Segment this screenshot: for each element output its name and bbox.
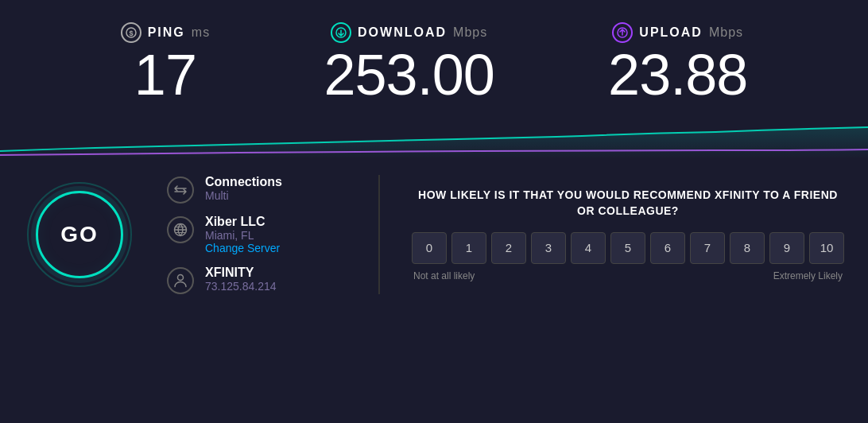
rating-section: HOW LIKELY IS IT THAT YOU WOULD RECOMMEN… — [404, 175, 844, 294]
rating-btn-2[interactable]: 2 — [491, 232, 526, 264]
rating-buttons: 012345678910 — [412, 232, 844, 264]
user-icon — [167, 267, 194, 294]
upload-label: UPLOAD — [639, 25, 703, 40]
rating-question: HOW LIKELY IS IT THAT YOU WOULD RECOMMEN… — [412, 188, 844, 219]
rating-btn-9[interactable]: 9 — [769, 232, 804, 264]
user-title: XFINITY — [205, 266, 277, 280]
app-container: $ PING ms 17 DOWNLOAD Mbps 253.00 — [0, 0, 868, 423]
rating-btn-7[interactable]: 7 — [690, 232, 725, 264]
upload-value: 23.88 — [608, 46, 747, 103]
rating-labels: Not at all likely Extremely Likely — [412, 270, 844, 281]
connections-subtitle: Multi — [205, 189, 282, 202]
server-title: Xiber LLC — [205, 215, 280, 229]
user-ip: 73.125.84.214 — [205, 280, 277, 293]
section-divider — [378, 175, 380, 294]
globe-icon — [167, 216, 194, 243]
connections-title: Connections — [205, 175, 282, 189]
download-label: DOWNLOAD — [358, 25, 447, 40]
download-unit: Mbps — [453, 25, 487, 40]
upload-header: UPLOAD Mbps — [612, 22, 743, 43]
upload-unit: Mbps — [709, 25, 743, 40]
ping-icon: $ — [121, 22, 141, 43]
go-button-label: GO — [60, 222, 99, 247]
rating-btn-4[interactable]: 4 — [571, 232, 606, 264]
speed-graph — [0, 111, 868, 159]
upload-metric: UPLOAD Mbps 23.88 — [608, 22, 747, 103]
change-server-link[interactable]: Change Server — [205, 242, 280, 254]
download-metric: DOWNLOAD Mbps 253.00 — [324, 22, 494, 103]
rating-btn-1[interactable]: 1 — [451, 232, 486, 264]
user-info: XFINITY 73.125.84.214 — [205, 266, 277, 293]
ping-label: PING — [148, 25, 185, 40]
rating-btn-8[interactable]: 8 — [730, 232, 765, 264]
ping-value: 17 — [134, 46, 196, 103]
rating-btn-10[interactable]: 10 — [809, 232, 844, 264]
info-section: Connections Multi Xiber LLC — [151, 175, 355, 294]
rating-btn-0[interactable]: 0 — [412, 232, 447, 264]
upload-icon — [612, 22, 633, 43]
svg-point-5 — [178, 275, 184, 281]
rating-btn-3[interactable]: 3 — [531, 232, 566, 264]
connections-row: Connections Multi — [167, 175, 355, 204]
rating-btn-6[interactable]: 6 — [650, 232, 685, 264]
rating-btn-5[interactable]: 5 — [610, 232, 645, 264]
bottom-content: GO Connections Multi — [0, 159, 868, 310]
ping-metric: $ PING ms 17 — [121, 22, 210, 103]
svg-text:$: $ — [129, 29, 133, 37]
connections-info: Connections Multi — [205, 175, 282, 202]
download-value: 253.00 — [324, 46, 494, 103]
server-row: Xiber LLC Miami, FL Change Server — [167, 215, 355, 254]
go-section: GO — [24, 175, 135, 294]
download-header: DOWNLOAD Mbps — [331, 22, 487, 43]
metrics-bar: $ PING ms 17 DOWNLOAD Mbps 253.00 — [0, 0, 868, 111]
connections-icon — [167, 177, 194, 204]
go-button[interactable]: GO — [36, 191, 123, 278]
server-info: Xiber LLC Miami, FL Change Server — [205, 215, 280, 254]
rating-label-high: Extremely Likely — [773, 270, 843, 281]
download-icon — [331, 22, 351, 43]
ping-header: $ PING ms — [121, 22, 210, 43]
rating-label-low: Not at all likely — [413, 270, 475, 281]
server-location: Miami, FL — [205, 229, 280, 242]
user-row: XFINITY 73.125.84.214 — [167, 266, 355, 294]
ping-unit: ms — [192, 25, 210, 40]
